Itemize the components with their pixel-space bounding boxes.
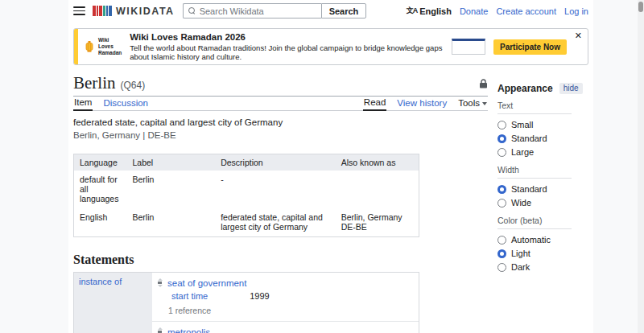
radio-icon[interactable] (497, 134, 506, 143)
entity-aliases: Berlin, Germany | DE-BE (73, 130, 488, 141)
claim-value-link[interactable]: seat of government (167, 278, 246, 288)
cell-aliases (336, 171, 419, 208)
search-button[interactable]: Search (321, 3, 367, 18)
close-icon[interactable]: ✕ (575, 31, 582, 40)
search-area: Search (183, 3, 367, 18)
qualifier-row: start time 1999 (171, 291, 412, 301)
radio-width-wide[interactable]: Wide (497, 198, 588, 208)
tools-menu[interactable]: Tools (457, 98, 488, 110)
claim-seat-of-government: seat of government start time 1999 1 ref… (152, 273, 419, 322)
page-title: Berlin (73, 73, 116, 93)
article-column: Berlin (Q64) Item Discussion Read View h… (73, 65, 488, 333)
color-section: Color (beta) Automatic Light Dark (497, 216, 588, 272)
text-size-section: Text Small Standard Large (497, 101, 588, 157)
ramadan-lantern-icon (85, 41, 93, 52)
banner-badge-text: Wiki Loves Ramadan (98, 37, 122, 56)
references-toggle[interactable]: 1 reference (168, 306, 412, 315)
page-scrollbar[interactable] (638, 0, 644, 333)
banner-subtitle: Tell the world about Ramadan traditions!… (130, 43, 444, 61)
radio-icon[interactable] (497, 249, 506, 258)
appearance-hide-button[interactable]: hide (559, 83, 583, 94)
wikidata-logo[interactable]: WIKIDATA (93, 6, 175, 17)
page-toolbar: Item Discussion Read View history Tools (73, 97, 488, 111)
cell-description: federated state, capital and largest cit… (215, 208, 336, 237)
radio-width-standard[interactable]: Standard (497, 184, 588, 194)
col-description: Description (215, 154, 336, 171)
cell-label: Berlin (126, 208, 215, 237)
radio-text-large[interactable]: Large (497, 147, 588, 157)
entity-id: (Q64) (121, 80, 146, 91)
tab-item[interactable]: Item (73, 97, 93, 111)
top-header-bar: WIKIDATA Search 文A English Donate Create… (68, 0, 593, 22)
wikidata-logo-text: WIKIDATA (116, 6, 175, 17)
radio-icon[interactable] (497, 199, 506, 208)
statements-heading: Statements (73, 253, 488, 267)
create-account-link[interactable]: Create account (496, 6, 556, 16)
claim-value-link[interactable]: metropolis (167, 327, 210, 333)
width-section: Width Standard Wide (497, 165, 588, 208)
tab-read[interactable]: Read (363, 97, 387, 111)
chevron-down-icon (482, 102, 487, 105)
radio-icon[interactable] (497, 263, 506, 272)
claims-list: seat of government start time 1999 1 ref… (152, 273, 419, 333)
scrollbar-thumb[interactable] (638, 2, 643, 12)
radio-icon[interactable] (497, 121, 506, 130)
statement-group: instance of seat of government start tim… (73, 272, 419, 333)
rank-selector-icon[interactable] (157, 327, 163, 333)
table-row: default for all languages Berlin - (74, 171, 419, 208)
participate-now-button[interactable]: Participate Now (493, 39, 567, 55)
lock-icon (479, 79, 488, 88)
cell-description: - (215, 171, 336, 208)
appearance-title: Appearance (497, 83, 553, 94)
hamburger-menu-icon[interactable] (73, 6, 85, 15)
terms-table: Language Label Description Also known as… (73, 154, 419, 237)
radio-text-standard[interactable]: Standard (497, 134, 588, 143)
radio-color-dark[interactable]: Dark (497, 262, 588, 272)
cell-aliases: Berlin, Germany DE-BE (336, 208, 419, 237)
rank-selector-icon[interactable] (157, 278, 163, 287)
language-selector[interactable]: 文A English (407, 6, 452, 16)
radio-icon[interactable] (497, 236, 506, 245)
language-label: English (419, 6, 452, 16)
wikidata-barcode-icon (93, 6, 112, 16)
tab-view-history[interactable]: View history (396, 98, 448, 110)
statement-property: instance of (74, 273, 152, 333)
cell-language: default for all languages (74, 171, 127, 208)
banner-accent-bar (74, 29, 78, 64)
radio-icon[interactable] (497, 148, 506, 157)
appearance-sidebar: Appearance hide Text Small Standard (488, 65, 588, 333)
col-also-known-as: Also known as (336, 154, 419, 171)
property-link[interactable]: instance of (79, 277, 122, 286)
search-input[interactable] (200, 6, 316, 16)
qualifier-value: 1999 (250, 291, 269, 301)
radio-text-small[interactable]: Small (497, 120, 588, 130)
qualifier-property-link[interactable]: start time (171, 291, 208, 301)
page-container: WIKIDATA Search 文A English Donate Create… (68, 0, 593, 333)
entity-heading-row: Berlin (Q64) (73, 65, 488, 97)
entity-description: federated state, capital and largest cit… (73, 117, 488, 128)
entity-terms: federated state, capital and largest cit… (73, 111, 488, 142)
claim-metropolis: metropolis 0 references (152, 322, 419, 333)
language-icon: 文A (407, 6, 418, 16)
banner-text-block: Wiki Loves Ramadan 2026 Tell the world a… (130, 32, 444, 61)
col-label: Label (126, 154, 215, 171)
log-in-link[interactable]: Log in (564, 6, 588, 16)
radio-icon[interactable] (497, 185, 506, 194)
search-icon (188, 7, 196, 14)
banner-title: Wiki Loves Ramadan 2026 (130, 32, 444, 42)
tab-discussion[interactable]: Discussion (102, 98, 149, 110)
donate-link[interactable]: Donate (460, 6, 488, 16)
col-language: Language (74, 154, 127, 171)
radio-color-light[interactable]: Light (497, 249, 588, 258)
banner-media-placeholder (452, 39, 485, 55)
table-row: English Berlin federated state, capital … (74, 208, 419, 237)
cell-language: English (74, 208, 127, 237)
campaign-banner: Wiki Loves Ramadan Wiki Loves Ramadan 20… (73, 28, 588, 65)
search-input-wrap (183, 3, 321, 18)
radio-color-automatic[interactable]: Automatic (497, 235, 588, 245)
cell-label: Berlin (126, 171, 215, 208)
header-links: 文A English Donate Create account Log in (407, 6, 588, 16)
terms-table-header: Language Label Description Also known as (74, 154, 419, 171)
